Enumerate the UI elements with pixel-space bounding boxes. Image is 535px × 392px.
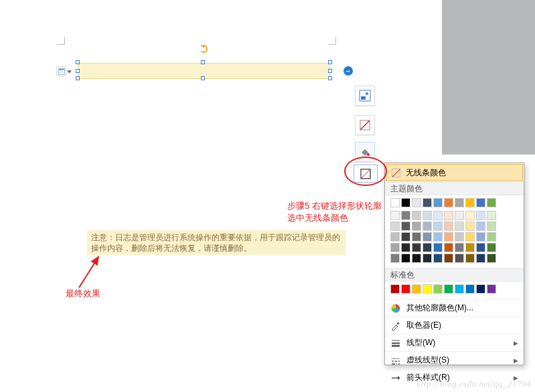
resize-handle-nw[interactable] bbox=[76, 60, 80, 64]
color-swatch[interactable] bbox=[487, 243, 496, 252]
more-outline-colors[interactable]: 其他轮廓颜色(M)... bbox=[385, 299, 524, 316]
annotation-step5-line2: 选中无线条颜色 bbox=[287, 213, 348, 223]
resize-handle-s[interactable] bbox=[201, 76, 205, 80]
color-swatch[interactable] bbox=[401, 254, 410, 263]
eyedropper-option[interactable]: 取色器(E) bbox=[385, 316, 524, 334]
color-swatch[interactable] bbox=[476, 254, 485, 263]
line-weight-option[interactable]: 线型(W) ▶ bbox=[385, 334, 524, 351]
color-swatch[interactable] bbox=[423, 243, 432, 252]
color-swatch[interactable] bbox=[487, 232, 496, 241]
resize-handle-sw[interactable] bbox=[76, 76, 80, 80]
color-swatch[interactable] bbox=[401, 284, 410, 294]
color-swatch[interactable] bbox=[423, 254, 432, 263]
resize-handle-n[interactable] bbox=[201, 60, 205, 64]
color-swatch[interactable] bbox=[412, 198, 421, 207]
color-swatch[interactable] bbox=[455, 243, 464, 252]
margin-corner-tr bbox=[328, 37, 336, 45]
color-swatch[interactable] bbox=[390, 232, 400, 241]
color-swatch[interactable] bbox=[433, 243, 443, 252]
color-swatch[interactable] bbox=[401, 243, 410, 252]
color-swatch[interactable] bbox=[465, 254, 475, 263]
color-swatch[interactable] bbox=[433, 284, 443, 294]
color-swatch[interactable] bbox=[444, 198, 453, 207]
color-swatch[interactable] bbox=[423, 221, 432, 231]
eyedropper-icon bbox=[390, 320, 401, 331]
color-swatch[interactable] bbox=[444, 254, 453, 263]
color-swatch[interactable] bbox=[412, 221, 421, 231]
color-swatch[interactable] bbox=[476, 232, 485, 241]
no-outline-option[interactable]: 无线条颜色 bbox=[386, 164, 523, 181]
color-swatch[interactable] bbox=[423, 232, 432, 241]
color-swatch[interactable] bbox=[423, 284, 432, 294]
color-swatch[interactable] bbox=[412, 232, 421, 241]
outline-icon bbox=[360, 168, 372, 180]
color-swatch[interactable] bbox=[423, 198, 432, 207]
color-swatch[interactable] bbox=[487, 211, 496, 220]
color-swatch[interactable] bbox=[455, 284, 464, 294]
shape-outline-button[interactable] bbox=[354, 165, 378, 183]
document-canvas[interactable] bbox=[0, 0, 442, 392]
style-gallery-button[interactable] bbox=[355, 86, 375, 106]
color-swatch[interactable] bbox=[455, 211, 464, 220]
color-swatch[interactable] bbox=[476, 284, 485, 294]
color-swatch[interactable] bbox=[390, 243, 400, 252]
submenu-caret-icon: ▶ bbox=[514, 357, 518, 364]
color-swatch[interactable] bbox=[390, 284, 400, 294]
color-swatch[interactable] bbox=[401, 232, 410, 241]
rotate-handle-icon[interactable] bbox=[200, 45, 208, 53]
color-swatch[interactable] bbox=[455, 221, 464, 231]
color-swatch[interactable] bbox=[412, 254, 421, 263]
color-swatch[interactable] bbox=[465, 232, 475, 241]
color-swatch[interactable] bbox=[444, 284, 453, 294]
resize-handle-se[interactable] bbox=[328, 76, 332, 80]
color-swatch[interactable] bbox=[433, 211, 443, 220]
color-swatch[interactable] bbox=[476, 243, 485, 252]
dashes-icon bbox=[390, 355, 401, 366]
color-swatch[interactable] bbox=[433, 232, 443, 241]
color-swatch[interactable] bbox=[455, 232, 464, 241]
color-swatch[interactable] bbox=[433, 198, 443, 207]
color-swatch[interactable] bbox=[476, 198, 485, 207]
color-swatch[interactable] bbox=[401, 198, 410, 207]
submenu-caret-icon: ▶ bbox=[514, 340, 518, 347]
color-swatch[interactable] bbox=[444, 243, 453, 252]
color-swatch[interactable] bbox=[401, 211, 410, 220]
color-swatch[interactable] bbox=[433, 254, 443, 263]
resize-handle-e[interactable] bbox=[328, 69, 332, 73]
color-swatch[interactable] bbox=[444, 232, 453, 241]
dashes-option[interactable]: 虚线线型(S) ▶ bbox=[385, 351, 524, 369]
color-swatch[interactable] bbox=[465, 211, 475, 220]
color-swatch[interactable] bbox=[412, 211, 421, 220]
color-swatch[interactable] bbox=[390, 198, 400, 207]
color-swatch[interactable] bbox=[444, 211, 453, 220]
color-swatch[interactable] bbox=[423, 211, 432, 220]
no-outline-label: 无线条颜色 bbox=[406, 167, 446, 179]
color-swatch[interactable] bbox=[465, 221, 475, 231]
color-swatch[interactable] bbox=[487, 254, 496, 263]
color-swatch[interactable] bbox=[455, 198, 464, 207]
color-swatch[interactable] bbox=[465, 284, 475, 294]
color-swatch[interactable] bbox=[433, 221, 443, 231]
color-swatch[interactable] bbox=[487, 284, 496, 294]
color-swatch[interactable] bbox=[412, 243, 421, 252]
color-swatch[interactable] bbox=[412, 284, 421, 294]
color-swatch[interactable] bbox=[390, 254, 400, 263]
color-swatch[interactable] bbox=[390, 211, 400, 220]
color-swatch[interactable] bbox=[444, 221, 453, 231]
color-swatch[interactable] bbox=[487, 198, 496, 207]
color-swatch[interactable] bbox=[476, 221, 485, 231]
layout-options-button[interactable] bbox=[56, 66, 66, 76]
color-swatch[interactable] bbox=[401, 221, 410, 231]
shape-effects-button[interactable] bbox=[355, 142, 375, 162]
color-swatch[interactable] bbox=[465, 243, 475, 252]
resize-handle-w[interactable] bbox=[76, 69, 80, 73]
shape-fill-button[interactable] bbox=[355, 115, 375, 135]
color-swatch[interactable] bbox=[455, 254, 464, 263]
dropdown-caret-icon[interactable] bbox=[67, 70, 72, 74]
color-swatch[interactable] bbox=[476, 211, 485, 220]
color-swatch[interactable] bbox=[487, 221, 496, 231]
color-swatch[interactable] bbox=[465, 198, 475, 207]
color-swatch[interactable] bbox=[390, 221, 400, 231]
collapse-handle-icon[interactable]: − bbox=[343, 66, 353, 76]
resize-handle-ne[interactable] bbox=[328, 60, 332, 64]
